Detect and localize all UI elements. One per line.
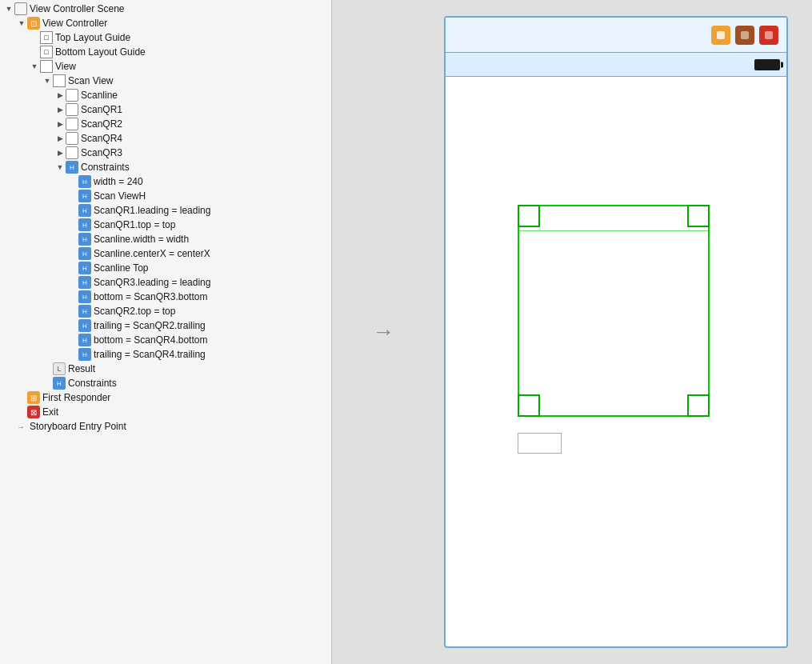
tree-icon-scanline (66, 89, 78, 102)
tree-icon-first-responder: ⊞ (27, 391, 40, 404)
tree-item-constraints-view[interactable]: HConstraints (0, 376, 331, 390)
tree-label-c8: ScanQR3.leading = leading (94, 277, 210, 288)
result-box (518, 433, 562, 454)
tree-icon-c10: H (78, 305, 91, 318)
tree-label-c2: Scan ViewH (94, 190, 146, 202)
tree-item-c10[interactable]: HScanQR2.top = top (0, 304, 331, 318)
tree-label-first-responder: First Responder (42, 392, 110, 403)
tree-arrow-scanqr4[interactable] (54, 134, 66, 142)
tree-item-result[interactable]: LResult (0, 362, 331, 376)
tree-item-c3[interactable]: HScanQR1.leading = leading (0, 203, 331, 218)
tree-label-c7: Scanline Top (94, 262, 149, 274)
phone-nav-bar (446, 53, 786, 77)
tree-icon-scanqr3 (66, 146, 78, 159)
tree-panel[interactable]: View Controller Scene⊡View Controller□To… (0, 0, 332, 664)
segue-arrow (372, 319, 394, 345)
tree-item-first-responder[interactable]: ⊞First Responder (0, 390, 331, 405)
tree-icon-top-layout: □ (40, 31, 53, 44)
tree-label-result: Result (68, 363, 95, 374)
tree-label-c12: bottom = ScanQR4.bottom (94, 334, 207, 346)
tree-icon-entry: → (14, 420, 27, 433)
tree-label-scanline: Scanline (81, 90, 118, 101)
tree-label-c3: ScanQR1.leading = leading (94, 205, 210, 216)
corner-bl (518, 394, 540, 417)
tree-arrow-vc-scene[interactable] (3, 5, 14, 13)
tree-icon-scan-view (53, 74, 66, 87)
svg-rect-0 (717, 31, 725, 39)
tree-icon-result: L (53, 362, 66, 375)
tree-item-scanqr4[interactable]: ScanQR4 (0, 131, 331, 146)
tree-label-view: View (55, 61, 76, 72)
tree-item-bottom-layout[interactable]: □Bottom Layout Guide (0, 45, 331, 59)
tree-item-c4[interactable]: HScanQR1.top = top (0, 218, 331, 232)
tree-item-entry[interactable]: →Storyboard Entry Point (0, 419, 331, 434)
tree-item-scanline[interactable]: Scanline (0, 88, 331, 102)
corner-tl (518, 205, 540, 227)
tree-label-c4: ScanQR1.top = top (94, 219, 175, 230)
tree-icon-c12: H (78, 334, 91, 346)
tree-arrow-scanqr3[interactable] (54, 149, 66, 157)
tree-item-c8[interactable]: HScanQR3.leading = leading (0, 275, 331, 290)
tree-item-c6[interactable]: HScanline.centerX = centerX (0, 246, 331, 261)
tree-arrow-scanqr2[interactable] (54, 120, 66, 128)
tree-item-c9[interactable]: Hbottom = ScanQR3.bottom (0, 290, 331, 304)
tree-icon-c5: H (78, 233, 91, 246)
tree-label-scanqr2: ScanQR2 (81, 118, 122, 130)
tree-label-scanqr4: ScanQR4 (81, 133, 122, 144)
tree-item-c5[interactable]: HScanline.width = width (0, 232, 331, 246)
tree-icon-scanqr4 (66, 132, 78, 145)
tree-label-c5: Scanline.width = width (94, 234, 189, 245)
tree-item-view[interactable]: View (0, 59, 331, 74)
tree-label-c13: trailing = ScanQR4.trailing (94, 349, 206, 360)
tree-arrow-scanqr1[interactable] (54, 106, 66, 114)
tree-icon-c4: H (78, 218, 91, 231)
tree-icon-scanqr1 (66, 103, 78, 116)
tree-item-vc[interactable]: ⊡View Controller (0, 16, 331, 30)
tree-item-vc-scene[interactable]: View Controller Scene (0, 2, 331, 16)
tree-icon-constraints-main: H (66, 161, 78, 174)
tree-icon-c1: H (78, 175, 91, 188)
tree-icon-c6: H (78, 247, 91, 260)
tree-label-constraints-main: Constraints (81, 162, 130, 173)
tree-item-c2[interactable]: HScan ViewH (0, 189, 331, 203)
phone-mockup (444, 16, 788, 648)
tree-icon-bottom-layout: □ (40, 46, 53, 58)
tree-icon-exit: ⊠ (27, 406, 40, 418)
tree-item-c11[interactable]: Htrailing = ScanQR2.trailing (0, 318, 331, 333)
tree-icon-c7: H (78, 262, 91, 274)
tree-item-top-layout[interactable]: □Top Layout Guide (0, 30, 331, 45)
tree-arrow-scanline[interactable] (54, 91, 66, 99)
tree-item-c13[interactable]: Htrailing = ScanQR4.trailing (0, 347, 331, 362)
tree-item-constraints-main[interactable]: HConstraints (0, 160, 331, 174)
tree-item-scanqr1[interactable]: ScanQR1 (0, 102, 331, 117)
tree-item-c7[interactable]: HScanline Top (0, 261, 331, 275)
tree-item-c12[interactable]: Hbottom = ScanQR4.bottom (0, 333, 331, 347)
tree-label-vc: View Controller (42, 18, 107, 29)
scan-view-box (518, 205, 710, 417)
tree-icon-vc-scene (14, 2, 27, 15)
tree-icon-view (40, 60, 53, 73)
tree-item-scanqr3[interactable]: ScanQR3 (0, 146, 331, 160)
tree-label-c1: width = 240 (94, 176, 143, 187)
tree-arrow-vc[interactable] (16, 19, 27, 27)
status-icon-2 (735, 26, 754, 45)
tree-icon-c8: H (78, 276, 91, 289)
tree-arrow-view[interactable] (29, 62, 40, 70)
tree-icon-c9: H (78, 290, 91, 303)
tree-label-top-layout: Top Layout Guide (55, 32, 130, 43)
battery-icon (754, 59, 780, 70)
tree-item-c1[interactable]: Hwidth = 240 (0, 174, 331, 189)
tree-item-scan-view[interactable]: Scan View (0, 74, 331, 88)
tree-label-c11: trailing = ScanQR2.trailing (94, 320, 206, 331)
svg-rect-2 (765, 31, 773, 39)
tree-arrow-scan-view[interactable] (42, 77, 53, 85)
tree-icon-constraints-view: H (53, 377, 66, 390)
tree-item-scanqr2[interactable]: ScanQR2 (0, 117, 331, 131)
tree-label-bottom-layout: Bottom Layout Guide (55, 46, 146, 58)
phone-content (446, 77, 786, 646)
tree-arrow-constraints-main[interactable] (54, 163, 66, 171)
tree-label-exit: Exit (42, 406, 58, 418)
tree-icon-vc: ⊡ (27, 17, 40, 30)
tree-item-exit[interactable]: ⊠Exit (0, 405, 331, 419)
tree-label-scanqr3: ScanQR3 (81, 147, 122, 158)
